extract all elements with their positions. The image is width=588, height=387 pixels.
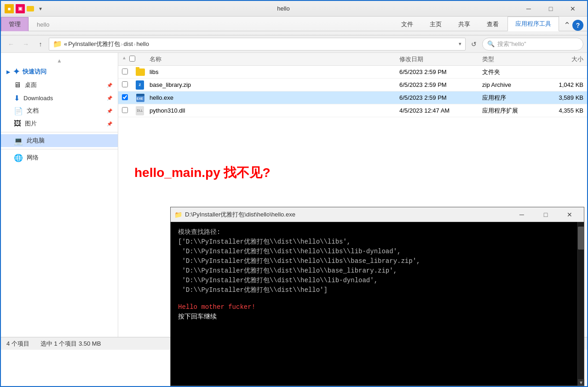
search-icon: 🔍 <box>487 40 495 47</box>
breadcrumb-hello[interactable]: hello <box>137 40 149 47</box>
breadcrumb-pyinstaller[interactable]: PyInstaller优雅打包 <box>68 40 120 48</box>
check-dll[interactable] <box>122 107 136 114</box>
app-icon-1: ■ <box>5 4 14 13</box>
folder-icon <box>27 6 34 11</box>
tab-home[interactable]: 主页 <box>422 17 450 31</box>
breadcrumb-dist[interactable]: dist <box>124 40 133 47</box>
desktop-icon: 🖥 <box>14 81 21 89</box>
sidebar-item-pictures[interactable]: 🖼 图片 📌 <box>1 117 118 130</box>
size-exe: 3,589 KB <box>542 94 583 101</box>
terminal-titlebar: 📁 D:\PyInstaller优雅打包\dist\hello\hello.ex… <box>171 207 584 222</box>
tab-file[interactable]: 文件 <box>393 17 421 31</box>
breadcrumb-part1: « <box>64 40 67 47</box>
explorer-window: ■ ▣ ▾ hello ─ □ ✕ 管理 hello 文件 主页 共享 查看 应… <box>0 0 588 387</box>
nav-back-button[interactable]: ← <box>5 38 17 51</box>
check-exe[interactable] <box>122 94 136 102</box>
terminal-maximize-button[interactable]: □ <box>535 208 556 221</box>
tab-manage[interactable]: 管理 <box>1 17 29 31</box>
type-exe: 应用程序 <box>482 94 542 102</box>
icon-libs <box>136 68 150 76</box>
sidebar-item-documents[interactable]: 📄 文档 📌 <box>1 104 118 117</box>
icon-zip: Z <box>136 80 150 90</box>
downloads-icon: ⬇ <box>14 94 20 102</box>
quick-access-label: 快速访问 <box>23 68 46 76</box>
ribbon: 管理 hello 文件 主页 共享 查看 应用程序工具 ⌃ ? <box>1 17 587 35</box>
name-exe: hello.exe <box>150 94 399 101</box>
file-row-zip[interactable]: Z base_library.zip 6/5/2023 2:59 PM zip … <box>118 79 587 91</box>
check-libs[interactable] <box>122 68 136 76</box>
close-button[interactable]: ✕ <box>562 2 583 16</box>
terminal-body: 模块查找路径: ['D:\\PyInstaller优雅打包\\dist\\hel… <box>171 222 584 386</box>
annotation-text: hello_main.py 找不见? <box>134 164 271 182</box>
sidebar-divider-1 <box>1 132 118 132</box>
terminal-minimize-button[interactable]: ─ <box>511 208 532 221</box>
ribbon-expand-icon[interactable]: ⌃ <box>564 20 571 30</box>
sidebar: ▲ ▶ ✦ 快速访问 🖥 桌面 📌 ⬇ Downloads <box>1 53 118 337</box>
terminal-blank-line <box>178 295 576 302</box>
sidebar-pictures-label: 图片 <box>25 120 37 128</box>
terminal-scroll-down-icon[interactable]: ▼ <box>578 379 584 386</box>
nav-refresh-button[interactable]: ↺ <box>467 38 480 51</box>
pin-icon-desktop: 📌 <box>107 83 112 88</box>
header-name[interactable]: 名称 <box>150 55 399 63</box>
tab-share[interactable]: 共享 <box>450 17 478 31</box>
quick-access-star-icon: ✦ <box>13 67 20 77</box>
terminal-line-0: 模块查找路径: <box>178 228 576 237</box>
date-libs: 6/5/2023 2:59 PM <box>399 68 482 75</box>
maximize-button[interactable]: □ <box>540 2 561 16</box>
sidebar-this-pc-label: 此电脑 <box>27 137 45 145</box>
sidebar-item-network[interactable]: 🌐 网络 <box>1 151 118 164</box>
name-dll: python310.dll <box>150 107 399 114</box>
tab-title-spacer: hello <box>29 18 393 31</box>
type-libs: 文件夹 <box>482 68 542 76</box>
date-dll: 4/5/2023 12:47 AM <box>399 107 482 114</box>
check-zip[interactable] <box>122 81 136 89</box>
file-row-libs[interactable]: libs 6/5/2023 2:59 PM 文件夹 <box>118 66 587 79</box>
tab-view[interactable]: 查看 <box>479 17 507 31</box>
sidebar-item-downloads[interactable]: ⬇ Downloads 📌 <box>1 91 118 104</box>
header-date[interactable]: 修改日期 <box>399 55 482 63</box>
address-folder-icon: 📁 <box>53 40 62 48</box>
header-size[interactable]: 大小 <box>542 55 583 63</box>
sidebar-item-desktop[interactable]: 🖥 桌面 📌 <box>1 79 118 91</box>
sidebar-item-this-pc[interactable]: 💻 此电脑 <box>1 134 118 147</box>
nav-forward-button[interactable]: → <box>19 38 32 51</box>
zip-icon: Z <box>136 80 144 90</box>
select-all-checkbox[interactable] <box>129 56 135 62</box>
header-check: ▲ <box>122 56 136 63</box>
this-pc-icon: 💻 <box>14 137 23 145</box>
terminal-scroll-thumb[interactable] <box>578 227 584 250</box>
terminal-line-2: 'D:\\PyInstaller优雅打包\\dist\\hello\\libs\… <box>178 247 576 256</box>
folder-icon-libs <box>136 68 145 76</box>
file-row-exe[interactable]: EXE hello.exe 6/5/2023 2:59 PM 应用程序 3,58… <box>118 91 587 104</box>
date-exe: 6/5/2023 2:59 PM <box>399 94 482 101</box>
terminal-line-1: ['D:\\PyInstaller优雅打包\\dist\\hello\\libs… <box>178 237 576 247</box>
terminal-continue-line: 按下回车继续 <box>178 312 576 322</box>
terminal-close-button[interactable]: ✕ <box>559 208 580 221</box>
header-type[interactable]: 类型 <box>482 55 542 63</box>
help-button[interactable]: ? <box>572 20 583 31</box>
search-bar[interactable]: 🔍 搜索"hello" <box>482 38 583 51</box>
pictures-icon: 🖼 <box>14 120 21 128</box>
address-dropdown-button[interactable]: ▾ <box>459 41 461 47</box>
app-icon-2: ▣ <box>16 4 25 13</box>
type-dll: 应用程序扩展 <box>482 107 542 115</box>
sort-arrow-icon: ▲ <box>122 55 127 60</box>
nav-up-button[interactable]: ↑ <box>34 38 47 51</box>
address-bar[interactable]: 📁 « PyInstaller优雅打包 › dist › hello ▾ <box>49 38 466 51</box>
breadcrumb-sep1: › <box>121 41 123 47</box>
sidebar-divider-2 <box>1 149 118 149</box>
quick-access-header[interactable]: ▶ ✦ 快速访问 <box>1 65 118 79</box>
minimize-button[interactable]: ─ <box>518 2 539 16</box>
network-icon: 🌐 <box>14 154 23 162</box>
ribbon-tabs: 管理 hello 文件 主页 共享 查看 应用程序工具 ⌃ ? <box>1 17 587 31</box>
address-breadcrumb: « PyInstaller优雅打包 › dist › hello <box>64 40 149 48</box>
file-row-dll[interactable]: DLL python310.dll 4/5/2023 12:47 AM 应用程序… <box>118 104 587 117</box>
svg-text:EXE: EXE <box>137 97 143 100</box>
sidebar-desktop-label: 桌面 <box>25 81 37 89</box>
tab-app-tools[interactable]: 应用程序工具 <box>507 17 559 31</box>
terminal-icon: 📁 <box>174 211 182 218</box>
terminal-scrollbar[interactable]: ▼ <box>577 222 584 386</box>
documents-icon: 📄 <box>14 107 23 115</box>
terminal-title: D:\PyInstaller优雅打包\dist\hello\hello.exe <box>185 211 508 219</box>
